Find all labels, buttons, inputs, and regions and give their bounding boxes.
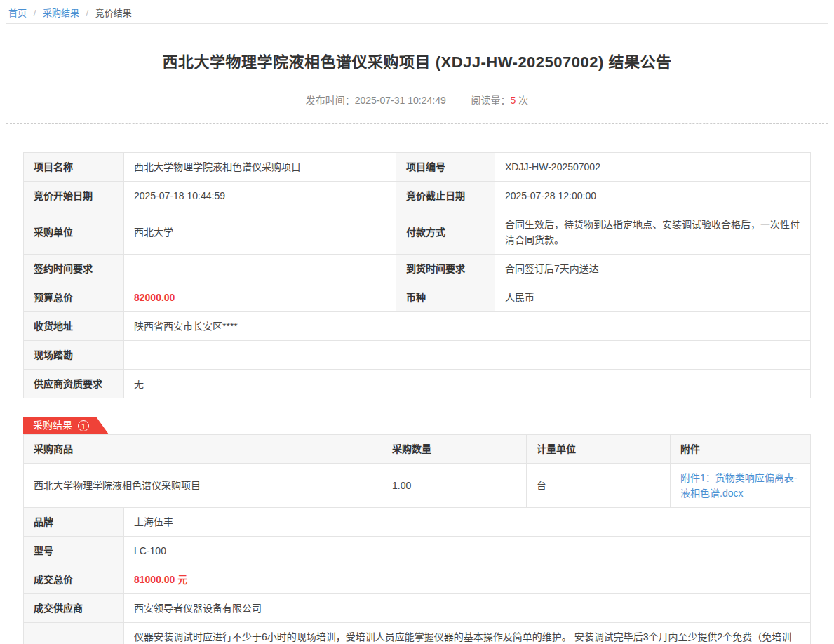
project-info-table: 项目名称 西北大学物理学院液相色谱仪采购项目 项目编号 XDJJ-HW-2025… <box>23 152 811 398</box>
announcement-card: 西北大学物理学院液相色谱仪采购项目 (XDJJ-HW-202507002) 结果… <box>6 23 828 644</box>
table-row: 供应商资质要求 无 <box>24 370 811 398</box>
info-value: 人民币 <box>495 283 811 312</box>
breadcrumb-current: 竞价结果 <box>95 8 132 18</box>
publish-time-value: 2025-07-31 10:24:49 <box>355 95 446 106</box>
column-header-quantity: 采购数量 <box>382 435 527 464</box>
attachment-link[interactable]: 附件1：货物类响应偏离表-液相色谱.docx <box>680 470 800 501</box>
table-row: 成交供应商 西安领导者仪器设备有限公司 <box>24 594 811 623</box>
info-label: 供应商资质要求 <box>24 370 124 398</box>
info-label: 成交供应商 <box>24 594 124 623</box>
result-table: 采购商品 采购数量 计量单位 附件 西北大学物理学院液相色谱仪采购项目 1.00… <box>23 434 811 508</box>
product-name: 西北大学物理学院液相色谱仪采购项目 <box>24 464 382 508</box>
info-value: 合同签订后7天内送达 <box>495 255 811 283</box>
table-row: 成交总价 81000.00 元 <box>24 565 811 594</box>
column-header-unit: 计量单位 <box>527 435 671 464</box>
read-count-label: 阅读量： <box>471 95 511 106</box>
column-header-product: 采购商品 <box>24 435 382 464</box>
info-label: 项目编号 <box>396 153 495 182</box>
result-badge-label: 采购结果 <box>33 417 72 434</box>
info-label: 收货地址 <box>24 312 124 341</box>
info-label: 竞价开始日期 <box>24 182 124 210</box>
info-label: 预算总价 <box>24 283 124 312</box>
info-label: 采购单位 <box>24 210 124 255</box>
table-row: 签约时间要求 到货时间要求 合同签订后7天内送达 <box>24 255 811 283</box>
info-label: 项目名称 <box>24 153 124 182</box>
table-row: 项目名称 西北大学物理学院液相色谱仪采购项目 项目编号 XDJJ-HW-2025… <box>24 153 811 182</box>
info-label: 型号 <box>24 537 124 565</box>
info-value: 2025-07-18 10:44:59 <box>124 182 396 210</box>
warranty-service-text: 仪器安装调试时应进行不少于6小时的现场培训，受培训人员应能掌握仪器的基本操作及简… <box>124 623 811 644</box>
info-value: 西北大学 <box>124 210 396 255</box>
deal-total-price: 81000.00 元 <box>124 565 811 594</box>
announcement-header: 西北大学物理学院液相色谱仪采购项目 (XDJJ-HW-202507002) 结果… <box>6 24 828 124</box>
table-row: 质保及售后服务 仪器安装调试时应进行不少于6小时的现场培训，受培训人员应能掌握仪… <box>24 623 811 644</box>
announcement-body: 项目名称 西北大学物理学院液相色谱仪采购项目 项目编号 XDJJ-HW-2025… <box>6 124 828 644</box>
breadcrumb-separator: / <box>34 8 36 18</box>
info-label: 付款方式 <box>396 210 495 255</box>
info-label: 品牌 <box>24 508 124 537</box>
supplier-value: 西安领导者仪器设备有限公司 <box>124 594 811 623</box>
info-value: 无 <box>124 370 811 398</box>
unit-value: 台 <box>527 464 671 508</box>
attachment-cell: 附件1：货物类响应偏离表-液相色谱.docx <box>671 464 811 508</box>
breadcrumb-purchase-results[interactable]: 采购结果 <box>43 8 79 18</box>
breadcrumb-separator: / <box>86 8 89 18</box>
table-row: 竞价开始日期 2025-07-18 10:44:59 竞价截止日期 2025-0… <box>24 182 811 210</box>
info-label: 现场踏勘 <box>24 341 124 370</box>
info-value: XDJJ-HW-202507002 <box>495 153 811 182</box>
info-value: 2025-07-28 12:00:00 <box>495 182 811 210</box>
page-title: 西北大学物理学院液相色谱仪采购项目 (XDJJ-HW-202507002) 结果… <box>34 49 800 72</box>
table-header-row: 采购商品 采购数量 计量单位 附件 <box>24 435 811 464</box>
info-label: 竞价截止日期 <box>396 182 495 210</box>
budget-total-value: 82000.00 <box>124 283 396 312</box>
read-count-unit: 次 <box>518 95 528 106</box>
model-value: LC-100 <box>124 537 811 565</box>
result-badge: 采购结果 1 <box>23 417 109 434</box>
result-count-badge: 1 <box>78 420 89 431</box>
column-header-attachment: 附件 <box>671 435 811 464</box>
info-label: 成交总价 <box>24 565 124 594</box>
table-row: 采购单位 西北大学 付款方式 合同生效后，待货物到达指定地点、安装调试验收合格后… <box>24 210 811 255</box>
info-value: 陕西省西安市长安区**** <box>124 312 811 341</box>
info-label: 币种 <box>396 283 495 312</box>
announcement-meta: 发布时间：2025-07-31 10:24:49 阅读量：5 次 <box>34 93 800 107</box>
info-label: 签约时间要求 <box>24 255 124 283</box>
table-row: 型号 LC-100 <box>24 537 811 565</box>
info-label: 到货时间要求 <box>396 255 495 283</box>
info-label: 质保及售后服务 <box>24 623 124 644</box>
read-count-value: 5 <box>511 95 516 106</box>
table-row: 品牌 上海伍丰 <box>24 508 811 537</box>
table-row: 现场踏勘 <box>24 341 811 370</box>
publish-time-label: 发布时间： <box>306 95 355 106</box>
table-row: 预算总价 82000.00 币种 人民币 <box>24 283 811 312</box>
info-value: 合同生效后，待货物到达指定地点、安装调试验收合格后，一次性付清合同货款。 <box>495 210 811 255</box>
brand-value: 上海伍丰 <box>124 508 811 537</box>
result-detail-table: 品牌 上海伍丰 型号 LC-100 成交总价 81000.00 元 成交供应商 … <box>23 507 811 644</box>
info-value: 西北大学物理学院液相色谱仪采购项目 <box>124 153 396 182</box>
table-row: 收货地址 陕西省西安市长安区**** <box>24 312 811 341</box>
breadcrumb: 首页 / 采购结果 / 竞价结果 <box>0 0 834 23</box>
quantity-value: 1.00 <box>382 464 527 508</box>
breadcrumb-home[interactable]: 首页 <box>8 8 27 18</box>
info-value <box>124 255 396 283</box>
info-value <box>124 341 811 370</box>
table-row: 西北大学物理学院液相色谱仪采购项目 1.00 台 附件1：货物类响应偏离表-液相… <box>24 464 811 508</box>
